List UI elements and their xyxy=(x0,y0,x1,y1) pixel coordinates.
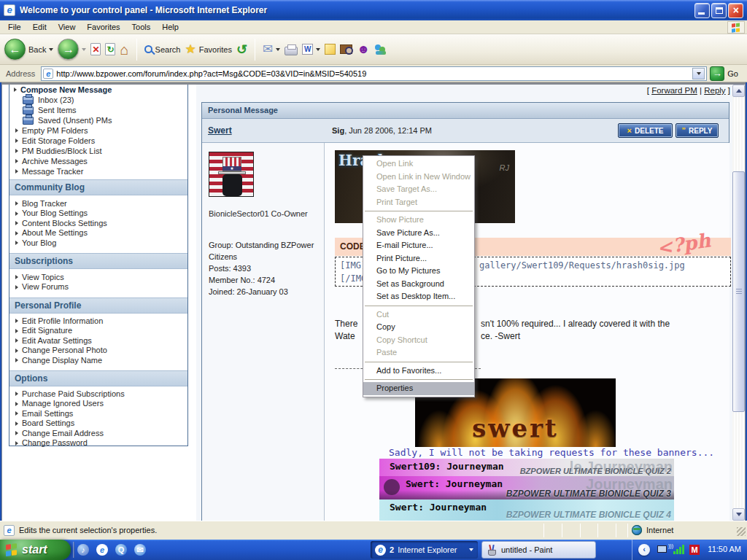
sidebar-item-content-blocks[interactable]: Content Blocks Settings xyxy=(9,218,187,228)
sidebar-item-your-blog[interactable]: Your Blog xyxy=(9,238,187,248)
quicklaunch-outlook-icon[interactable]: ✉ xyxy=(133,542,147,557)
reply-link[interactable]: Reply xyxy=(704,86,725,95)
menu-favorites[interactable]: Favorites xyxy=(81,21,125,33)
address-input[interactable] xyxy=(56,69,689,78)
ctx-go-to-my-pictures[interactable]: Go to My Pictures xyxy=(363,265,474,278)
task-button-internet-explorer[interactable]: e 2 Internet Explorer xyxy=(371,541,478,559)
back-dropdown-icon[interactable] xyxy=(49,48,53,51)
task-button-paint[interactable]: untitled - Paint xyxy=(481,541,596,559)
scroll-down-button[interactable] xyxy=(732,508,745,521)
stop-button[interactable]: ✕ xyxy=(90,43,101,55)
sidebar-item-message-tracker[interactable]: Message Tracker xyxy=(9,166,187,176)
scroll-up-button[interactable] xyxy=(732,85,745,97)
status-pane-divider xyxy=(562,524,562,537)
sidebar-item-about-me[interactable]: About Me Settings xyxy=(9,228,187,238)
sidebar-item-change-photo[interactable]: Change Personal Photo xyxy=(9,346,187,356)
sidebar-item-blog-tracker[interactable]: Blog Tracker xyxy=(9,198,187,209)
sidebar-item-change-email[interactable]: Change Email Address xyxy=(9,428,187,438)
sidebar-item-empty-pm-folders[interactable]: Empty PM Folders xyxy=(9,125,187,136)
menu-view[interactable]: View xyxy=(53,21,82,33)
sidebar-item-edit-signature[interactable]: Edit Signature xyxy=(9,326,187,336)
sidebar-item-compose-new-message[interactable]: Compose New Message xyxy=(9,85,187,95)
bullet-arrow-icon xyxy=(15,211,18,216)
sidebar-item-change-password[interactable]: Change Password xyxy=(9,438,187,448)
sidebar-item-saved-pms[interactable]: Saved (Unsent) PMs xyxy=(9,115,187,125)
edit-dropdown-icon[interactable] xyxy=(316,48,320,51)
print-button[interactable] xyxy=(285,44,298,55)
menu-tools[interactable]: Tools xyxy=(126,21,157,33)
sidebar-item-board-settings[interactable]: Board Settings xyxy=(9,419,187,429)
research-button[interactable] xyxy=(340,44,352,54)
sidebar-item-edit-profile[interactable]: Edit Profile Information xyxy=(9,316,187,326)
address-dropdown-button[interactable] xyxy=(692,68,705,79)
messenger-note-button[interactable] xyxy=(325,44,336,55)
ctx-add-to-favorites[interactable]: Add to Favorites... xyxy=(363,365,474,378)
ctx-save-picture-as[interactable]: Save Picture As... xyxy=(363,227,474,240)
signal-strength-icon[interactable] xyxy=(673,545,685,554)
ctx-email-picture[interactable]: E-mail Picture... xyxy=(363,239,474,252)
menu-file[interactable]: File xyxy=(2,21,27,33)
sidebar-item-purchase-subscriptions[interactable]: Purchase Paid Subscriptions xyxy=(9,389,187,399)
quiz-banner-4-image: Swert: Journeyman BZPOWER ULTIMATE BIONI… xyxy=(379,499,674,521)
sidebar-item-sent-items[interactable]: Sent Items xyxy=(9,105,187,115)
delete-button[interactable]: ×DELETE xyxy=(618,123,673,138)
scrollbar-thumb[interactable] xyxy=(732,171,745,412)
reply-button[interactable]: ”REPLY xyxy=(676,123,719,138)
menu-help[interactable]: Help xyxy=(156,21,185,33)
home-button[interactable]: ⌂ xyxy=(120,42,128,57)
quiz-banner-3-image: Journeyman Swert: Journeyman BZPOWER ULT… xyxy=(379,476,674,499)
group-dropdown-icon[interactable] xyxy=(469,548,473,551)
sidebar-item-view-topics[interactable]: View Topics xyxy=(9,272,187,282)
maximize-button[interactable] xyxy=(711,3,727,18)
code-line1-right: gallery/Swert109/Requests/hrash0sig.jpg xyxy=(479,260,685,271)
resize-grip[interactable] xyxy=(737,527,746,536)
history-button[interactable]: ↺ xyxy=(236,42,247,58)
quicklaunch-music-icon[interactable]: ♪ xyxy=(76,542,90,557)
ctx-properties[interactable]: Properties xyxy=(363,382,474,395)
sidebar-item-change-display-name[interactable]: Change Display Name xyxy=(9,355,187,365)
sidebar-item-pm-buddies[interactable]: PM Buddies/Block List xyxy=(9,146,187,156)
ctx-print-picture[interactable]: Print Picture... xyxy=(363,252,474,265)
yahoo-messenger-button[interactable]: ☻ xyxy=(357,42,370,57)
sidebar-item-view-forums[interactable]: View Forums xyxy=(9,282,187,292)
menu-edit[interactable]: Edit xyxy=(27,21,53,33)
bullet-arrow-icon xyxy=(15,285,18,289)
favorites-button[interactable]: ★ Favorites xyxy=(185,42,232,57)
quicklaunch-ie-icon[interactable]: e xyxy=(95,542,109,557)
refresh-button[interactable]: ↻ xyxy=(105,43,115,55)
sidebar-item-your-blog-settings[interactable]: Your Blog Settings xyxy=(9,209,187,219)
sidebar-item-email-settings[interactable]: Email Settings xyxy=(9,408,187,419)
network-tray-icon[interactable] xyxy=(657,545,667,553)
start-button[interactable]: start xyxy=(0,540,71,560)
vertical-scrollbar[interactable] xyxy=(732,85,745,521)
sidebar-item-inbox[interactable]: Inbox (23) xyxy=(9,95,187,105)
quicklaunch-quicktime-icon[interactable]: Q xyxy=(114,542,128,557)
menu-separator xyxy=(365,379,473,380)
msn-messenger-button[interactable] xyxy=(374,44,387,55)
mail-dropdown-icon[interactable] xyxy=(276,48,280,51)
sidebar-item-edit-storage-folders[interactable]: Edit Storage Folders xyxy=(9,136,187,146)
banner-quiz-text: BZPOWER ULTIMATE BIONICLE QUIZ 2 xyxy=(520,467,671,475)
mcafee-tray-icon[interactable]: M xyxy=(689,545,700,555)
address-input-box[interactable]: e xyxy=(41,66,707,81)
sidebar-item-manage-ignored[interactable]: Manage Ignored Users xyxy=(9,399,187,409)
ctx-copy[interactable]: Copy xyxy=(363,321,474,334)
ctx-set-as-desktop-item[interactable]: Set as Desktop Item... xyxy=(363,290,474,303)
mail-button[interactable]: ✉ xyxy=(263,42,280,57)
hide-icons-chevron-button[interactable]: ‹ xyxy=(638,544,650,556)
minimize-button[interactable] xyxy=(694,3,710,18)
edit-with-word-button[interactable]: W xyxy=(302,44,320,55)
ctx-set-as-background[interactable]: Set as Background xyxy=(363,278,474,291)
sidebar-item-archive-messages[interactable]: Archive Messages xyxy=(9,156,187,166)
close-button[interactable]: × xyxy=(728,3,743,18)
search-button[interactable]: Search xyxy=(144,45,181,54)
sender-link[interactable]: Swert xyxy=(208,125,232,136)
go-button[interactable]: → xyxy=(710,66,724,81)
forward-button[interactable]: → xyxy=(58,39,86,60)
favorites-star-icon: ★ xyxy=(185,42,196,57)
sidebar-item-label: Message Tracker xyxy=(22,167,83,176)
status-pane-divider xyxy=(597,524,598,537)
forward-pm-link[interactable]: Forward PM xyxy=(651,86,697,95)
sidebar-item-edit-avatar[interactable]: Edit Avatar Settings xyxy=(9,335,187,346)
back-button[interactable]: ← Back xyxy=(4,39,53,60)
